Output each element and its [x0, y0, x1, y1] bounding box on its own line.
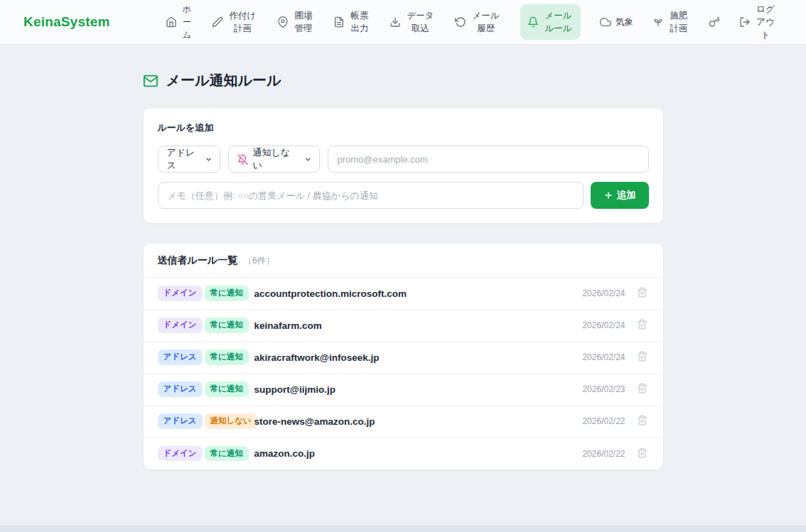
- trash-icon: [637, 351, 648, 364]
- rule-type-select-value: アドレス: [167, 146, 200, 172]
- rule-row: アドレス 常に通知 support@iijmio.jp 2026/02/23: [144, 374, 663, 406]
- nav-item-label: 作付け計画: [227, 9, 258, 35]
- nav-item-label: ログアウト: [755, 3, 776, 41]
- rule-type-select[interactable]: アドレス: [158, 146, 220, 173]
- rule-row: アドレス 通知しない store-news@amazon.co.jp 2026/…: [144, 406, 663, 438]
- rule-date: 2026/02/24: [573, 320, 625, 330]
- rule-type-badge: ドメイン: [158, 446, 203, 462]
- nav-item-password[interactable]: [709, 16, 720, 28]
- rule-value: keinafarm.com: [254, 320, 573, 331]
- trash-icon: [637, 447, 648, 460]
- nav-item-label: ホーム: [181, 3, 193, 41]
- bell-icon: [527, 16, 539, 28]
- cloud-icon: [600, 16, 611, 28]
- rules-list-header: 送信者ルール一覧 （6件）: [144, 244, 663, 278]
- sprout-icon: [652, 16, 664, 28]
- rule-date: 2026/02/24: [573, 352, 625, 362]
- nav-item-label: 気象: [616, 16, 633, 28]
- rule-value: store-news@amazon.co.jp: [254, 416, 573, 427]
- add-rule-card: ルールを追加 アドレス 通知しない: [143, 107, 664, 224]
- nav-item-field-management[interactable]: 圃場管理: [277, 9, 314, 35]
- page-title: メール通知ルール: [166, 71, 281, 90]
- document-icon: [333, 16, 345, 28]
- rule-notify-badge: 常に通知: [205, 381, 249, 397]
- address-input[interactable]: [328, 146, 649, 173]
- memo-input[interactable]: [158, 182, 584, 209]
- rule-notify-badge: 常に通知: [205, 446, 249, 462]
- home-icon: [166, 16, 177, 28]
- chevron-down-icon: [304, 156, 312, 163]
- rule-date: 2026/02/23: [573, 384, 625, 394]
- pencil-icon: [212, 16, 223, 28]
- map-pin-icon: [277, 16, 289, 28]
- page: KeinaSystem ホーム 作付け計画 圃場管理: [0, 0, 806, 532]
- delete-rule-button[interactable]: [635, 286, 649, 301]
- add-rule-row-1: アドレス 通知しない: [158, 146, 649, 173]
- add-rule-button[interactable]: 追加: [591, 182, 649, 209]
- history-icon: [455, 16, 466, 28]
- nav-item-label: 圃場管理: [293, 9, 314, 35]
- key-icon: [709, 16, 720, 28]
- delete-rule-button[interactable]: [635, 349, 649, 365]
- rule-row: ドメイン 常に通知 amazon.co.jp 2026/02/22: [144, 438, 663, 469]
- rule-date: 2026/02/24: [573, 288, 625, 298]
- rule-notify-badge: 常に通知: [205, 317, 249, 333]
- nav-item-label: 施肥計画: [668, 9, 689, 35]
- delete-rule-button[interactable]: [635, 317, 649, 333]
- logout-icon: [739, 16, 751, 28]
- rule-notify-badge: 常に通知: [205, 286, 249, 301]
- rules-list-card: 送信者ルール一覧 （6件） ドメイン 常に通知 accountprotectio…: [143, 243, 664, 470]
- mail-icon: [143, 73, 158, 89]
- nav-item-mail-history[interactable]: メール履歴: [455, 9, 501, 35]
- page-title-row: メール通知ルール: [143, 71, 664, 90]
- trash-icon: [637, 287, 648, 300]
- delete-rule-button[interactable]: [635, 413, 649, 429]
- notify-action-select-value: 通知しない: [253, 146, 299, 172]
- nav-item-report-output[interactable]: 帳票出力: [333, 9, 370, 35]
- nav-item-label: メール履歴: [471, 9, 501, 35]
- delete-rule-button[interactable]: [635, 446, 649, 462]
- rule-type-badge: ドメイン: [158, 286, 203, 301]
- brand-logo[interactable]: KeinaSystem: [23, 14, 110, 30]
- rules-count: （6件）: [243, 255, 274, 267]
- notify-action-select[interactable]: 通知しない: [228, 146, 320, 173]
- nav-items: ホーム 作付け計画 圃場管理 帳票出力: [166, 3, 776, 41]
- nav-item-weather[interactable]: 気象: [600, 16, 633, 28]
- rule-row: ドメイン 常に通知 keinafarm.com 2026/02/24: [144, 310, 663, 342]
- nav-item-home[interactable]: ホーム: [166, 3, 193, 41]
- rule-notify-badge: 通知しない: [205, 413, 257, 429]
- trash-icon: [637, 415, 648, 428]
- nav-item-label: データ取込: [405, 9, 436, 35]
- rule-value: support@iijmio.jp: [254, 384, 573, 395]
- footer: [0, 526, 806, 532]
- add-rule-heading: ルールを追加: [158, 121, 649, 134]
- add-rule-button-label: 追加: [617, 189, 636, 202]
- rules-list-title: 送信者ルール一覧: [158, 254, 238, 267]
- nav-item-data-import[interactable]: データ取込: [389, 9, 436, 35]
- trash-icon: [637, 319, 648, 332]
- rule-type-badge: アドレス: [158, 381, 203, 397]
- nav-item-fertilization-plan[interactable]: 施肥計画: [652, 9, 689, 35]
- trash-icon: [637, 383, 648, 396]
- rule-row: ドメイン 常に通知 accountprotection.microsoft.co…: [144, 278, 663, 310]
- nav-item-label: メールルール: [543, 9, 574, 35]
- delete-rule-button[interactable]: [635, 381, 649, 397]
- download-icon: [389, 16, 401, 28]
- rule-type-badge: アドレス: [158, 413, 203, 429]
- nav-item-label: 帳票出力: [349, 9, 370, 35]
- rule-date: 2026/02/22: [573, 416, 625, 426]
- nav-item-logout[interactable]: ログアウト: [739, 3, 776, 41]
- rule-value: akiracraftwork@infoseek.jp: [254, 352, 573, 363]
- nav-item-planting-plan[interactable]: 作付け計画: [212, 9, 258, 35]
- rule-notify-badge: 常に通知: [205, 349, 249, 365]
- rule-type-badge: ドメイン: [158, 317, 203, 333]
- bell-off-icon: [237, 154, 248, 165]
- rule-value: accountprotection.microsoft.com: [254, 288, 573, 299]
- add-rule-row-2: 追加: [158, 182, 649, 209]
- top-nav: KeinaSystem ホーム 作付け計画 圃場管理: [0, 0, 806, 45]
- nav-item-mail-rules[interactable]: メールルール: [520, 4, 581, 40]
- main-content: メール通知ルール ルールを追加 アドレス: [0, 45, 806, 526]
- rule-value: amazon.co.jp: [254, 448, 573, 459]
- chevron-down-icon: [205, 156, 213, 163]
- rule-row: アドレス 常に通知 akiracraftwork@infoseek.jp 202…: [144, 342, 663, 374]
